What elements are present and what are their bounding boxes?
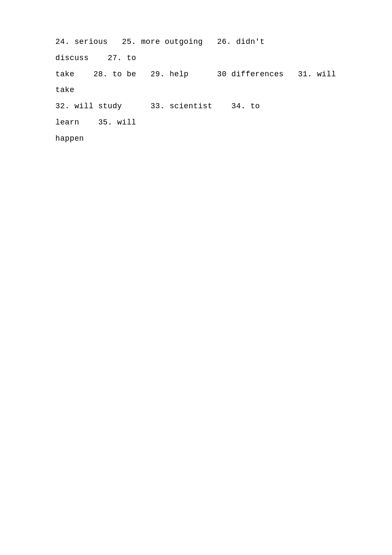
main-content: 24. serious 25. more outgoing 26. didn't… [0,0,392,181]
answer-35-cont: happen [55,134,84,143]
answer-paragraph: 24. serious 25. more outgoing 26. didn't… [55,34,337,147]
answer-24: 24. serious 25. more outgoing 26. didn't… [55,38,265,62]
answer-32: 32. will study 33. scientist 34. to lear… [55,102,260,127]
answer-27-cont: take 28. to be 29. help 30 differences 3… [55,70,336,95]
